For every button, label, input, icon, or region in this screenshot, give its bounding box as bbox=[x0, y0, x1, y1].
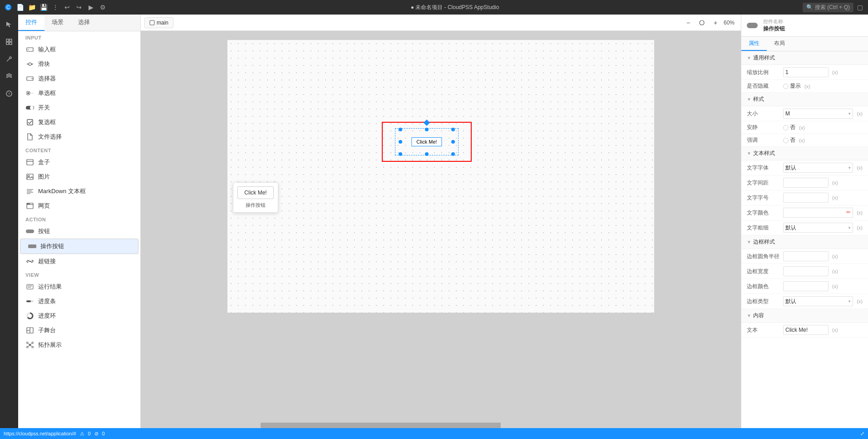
comp-progress[interactable]: 进度条 bbox=[18, 294, 140, 309]
text-x: (x) bbox=[832, 327, 838, 333]
comp-ring[interactable]: 进度环 bbox=[18, 309, 140, 323]
comp-hyperlink[interactable]: 超链接 bbox=[18, 254, 140, 269]
prop-input-font-size[interactable] bbox=[783, 193, 829, 203]
file-new-icon[interactable]: 📄 bbox=[15, 3, 25, 12]
tooltip-button[interactable]: Click Me! bbox=[237, 186, 274, 199]
canvas-page[interactable]: Click Me! Click Me! 操作按钮 bbox=[227, 40, 654, 313]
radio-quiet-no[interactable]: 否 bbox=[783, 124, 795, 131]
radio-show[interactable]: 显示 bbox=[783, 82, 801, 90]
section-input: INPUT 输入框 滑块 选择器 单选框 开关 bbox=[18, 31, 140, 144]
comp-box[interactable]: 盒子 bbox=[18, 155, 140, 170]
props-border-style-header[interactable]: ▼ 边框样式 bbox=[741, 235, 868, 249]
comp-selector[interactable]: 选择器 bbox=[18, 71, 140, 86]
comp-markdown[interactable]: MarkDown 文本框 bbox=[18, 184, 140, 199]
prop-input-border-width[interactable] bbox=[783, 266, 829, 276]
emphasis-radio-group: 否 bbox=[783, 136, 795, 144]
comp-switch[interactable]: 开关 bbox=[18, 100, 140, 115]
zoom-in-button[interactable]: + bbox=[710, 17, 721, 28]
save-icon[interactable]: 💾 bbox=[39, 3, 48, 12]
comp-button[interactable]: 按钮 bbox=[18, 224, 140, 239]
more-icon[interactable]: ⋮ bbox=[51, 3, 60, 12]
font-size-x: (x) bbox=[832, 195, 838, 200]
props-text-style-header[interactable]: ▼ 文本样式 bbox=[741, 147, 868, 160]
canvas-scrollbar[interactable] bbox=[141, 423, 741, 428]
topo-icon bbox=[25, 340, 35, 349]
sidebar-icon-cursor[interactable] bbox=[1, 16, 17, 33]
properties-panel: 控件名称 操作按钮 属性 布局 ▼ 通用样式 缩放比例 (x) 是否隐藏 bbox=[741, 15, 868, 428]
section-view: VIEW 运行结果 进度条 进度环 子舞台 拓扑展示 bbox=[18, 269, 140, 352]
canvas-selected-element[interactable]: Click Me! bbox=[382, 122, 472, 162]
font-family-x: (x) bbox=[857, 165, 863, 170]
tab-select[interactable]: 选择 bbox=[71, 15, 97, 31]
radio-quiet-no-label: 否 bbox=[790, 124, 795, 131]
radio-emphasis-no[interactable]: 否 bbox=[783, 136, 795, 144]
zoom-fit-button[interactable] bbox=[696, 17, 707, 28]
undo-icon[interactable]: ↩ bbox=[63, 3, 72, 12]
comp-radio[interactable]: 单选框 bbox=[18, 86, 140, 100]
prop-label-font-weight: 文字粗细 bbox=[747, 224, 783, 232]
prop-input-letter-spacing[interactable] bbox=[783, 178, 829, 188]
comp-topo[interactable]: 拓扑展示 bbox=[18, 338, 140, 352]
sidebar-icon-tools[interactable] bbox=[1, 51, 17, 67]
folder-icon[interactable]: 📁 bbox=[27, 3, 36, 12]
color-x: (x) bbox=[857, 210, 863, 215]
prop-value-hidden: 显示 (x) bbox=[783, 82, 863, 90]
canvas-tab-main[interactable]: main bbox=[144, 17, 173, 28]
comp-image[interactable]: 图片 bbox=[18, 170, 140, 184]
canvas-viewport[interactable]: Click Me! Click Me! 操作按钮 bbox=[141, 31, 741, 423]
prop-input-border-color[interactable] bbox=[783, 281, 829, 291]
comp-result[interactable]: 运行结果 bbox=[18, 279, 140, 294]
color-input[interactable]: ✏ bbox=[783, 208, 853, 218]
border-type-select[interactable]: 默认 bbox=[783, 296, 853, 306]
window-icon[interactable]: ▢ bbox=[855, 3, 864, 12]
tab-scenes[interactable]: 场景 bbox=[44, 15, 71, 31]
sidebar-icon-layers[interactable] bbox=[1, 68, 17, 85]
svg-point-56 bbox=[700, 20, 704, 25]
prop-input-scale[interactable] bbox=[783, 67, 829, 77]
font-family-select-wrapper: 默认 bbox=[783, 163, 853, 173]
comp-input[interactable]: 输入框 bbox=[18, 42, 140, 57]
preview-icon[interactable]: ▶ bbox=[86, 3, 95, 12]
prop-label-text: 文本 bbox=[747, 326, 783, 334]
font-weight-select[interactable]: 默认 bbox=[783, 223, 853, 233]
prop-row-letter-spacing: 文字间距 (x) bbox=[741, 175, 868, 190]
prop-value-scale: (x) bbox=[783, 67, 863, 77]
props-content-header[interactable]: ▼ 内容 bbox=[741, 309, 868, 323]
tab-controls[interactable]: 控件 bbox=[18, 15, 44, 31]
comp-action-button[interactable]: 操作按钮 bbox=[20, 239, 138, 254]
search-label: 搜索 (Ctrl + Q) bbox=[815, 4, 850, 11]
comp-slider[interactable]: 滑块 bbox=[18, 57, 140, 71]
tab-properties[interactable]: 属性 bbox=[741, 37, 767, 51]
sidebar-icon-grid[interactable] bbox=[1, 34, 17, 50]
svg-point-32 bbox=[29, 204, 30, 205]
props-common-style-header[interactable]: ▼ 通用样式 bbox=[741, 51, 868, 65]
prop-row-font-family: 文字字体 默认 (x) bbox=[741, 160, 868, 175]
canvas-scrollbar-thumb[interactable] bbox=[261, 423, 501, 428]
comp-stage[interactable]: 子舞台 bbox=[18, 323, 140, 338]
chevron-down-icon: ▼ bbox=[747, 55, 751, 60]
props-style-header[interactable]: ▼ 样式 bbox=[741, 93, 868, 106]
size-select[interactable]: M bbox=[783, 109, 853, 119]
canvas-button[interactable]: Click Me! bbox=[411, 137, 442, 146]
handle-top-diamond[interactable] bbox=[424, 120, 430, 126]
size-x: (x) bbox=[857, 111, 863, 116]
zoom-out-button[interactable]: − bbox=[683, 17, 694, 28]
component-type-icon bbox=[747, 23, 758, 28]
radio-emphasis-no-label: 否 bbox=[790, 136, 795, 144]
redo-icon[interactable]: ↪ bbox=[74, 3, 84, 12]
comp-checkbox[interactable]: 复选框 bbox=[18, 115, 140, 130]
comp-file[interactable]: 文件选择 bbox=[18, 130, 140, 144]
sidebar-icon-question[interactable]: ? bbox=[1, 85, 17, 102]
prop-row-border-width: 边框宽度 (x) bbox=[741, 264, 868, 279]
tab-layout[interactable]: 布局 bbox=[767, 37, 792, 51]
icon-sidebar: ? bbox=[0, 15, 18, 428]
font-family-select[interactable]: 默认 bbox=[783, 163, 853, 173]
style-title: 样式 bbox=[753, 95, 764, 103]
prop-input-text[interactable] bbox=[783, 325, 829, 335]
settings-icon[interactable]: ⚙ bbox=[98, 3, 107, 12]
search-button[interactable]: 🔍 搜索 (Ctrl + Q) bbox=[803, 3, 853, 12]
prop-input-border-radius[interactable] bbox=[783, 251, 829, 261]
zoom-level: 60% bbox=[724, 20, 737, 26]
comp-webpage[interactable]: 网页 bbox=[18, 199, 140, 213]
search-icon: 🔍 bbox=[806, 4, 813, 10]
